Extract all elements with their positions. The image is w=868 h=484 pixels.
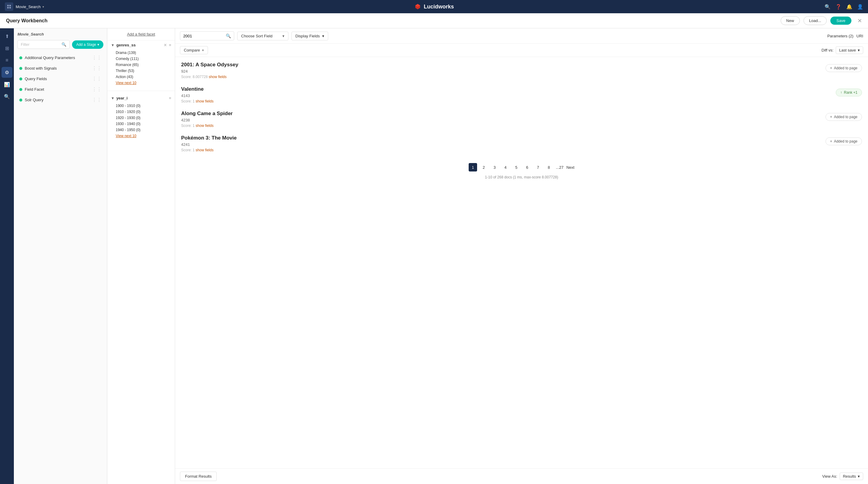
compare-button[interactable]: Compare + [180, 46, 208, 54]
facet-item[interactable]: 1910 - 1920 (0) [111, 109, 171, 115]
format-results-button[interactable]: Format Results [180, 472, 217, 481]
facet-item[interactable]: 1920 - 1930 (0) [111, 115, 171, 121]
sidebar-icon-data[interactable]: ⊞ [1, 43, 12, 54]
facet-group-icons: ≡ [169, 96, 171, 100]
nav-app-title[interactable]: Movie_Search ▾ [16, 4, 44, 9]
stage-item-boost-with-signals[interactable]: Boost with Signals ⋮⋮ [18, 63, 103, 73]
genres-close-icon[interactable]: ✕ [164, 43, 167, 47]
page-6-button[interactable]: 6 [523, 163, 531, 172]
close-button[interactable]: ✕ [858, 18, 862, 24]
user-icon[interactable]: 👤 [857, 4, 863, 10]
load-button[interactable]: Load... [804, 16, 827, 25]
main-layout: ⬆ ⊞ ≡ ⚙ 📊 🔍 Movie_Search Filter 🔍 Add a … [0, 28, 868, 484]
sidebar-icon-signals[interactable]: 📊 [1, 79, 12, 90]
page-4-button[interactable]: 4 [501, 163, 510, 172]
result-added-badge[interactable]: + Added to page [826, 138, 862, 145]
results-secondary-toolbar: Compare + Diff vs: Last save ▾ [175, 44, 868, 57]
stage-filter-row: Filter 🔍 Add a Stage ▾ [18, 40, 103, 49]
diff-vs-value: Last save [839, 48, 856, 53]
facet-item[interactable]: Comedy (111) [111, 56, 171, 62]
show-fields-link[interactable]: show fields [195, 124, 213, 128]
facet-item[interactable]: 1940 - 1950 (0) [111, 127, 171, 133]
page-3-button[interactable]: 3 [490, 163, 499, 172]
sidebar-icon-search[interactable]: 🔍 [1, 91, 12, 102]
add-field-facet-link[interactable]: Add a field facet [107, 28, 175, 40]
compare-plus-icon: + [202, 48, 204, 53]
filter-search-icon: 🔍 [61, 42, 66, 47]
add-stage-button[interactable]: Add a Stage ▾ [72, 40, 103, 49]
drag-handle-icon: ⋮⋮ [92, 55, 101, 61]
results-toolbar: 🔍 Choose Sort Field ▾ Display Fields ▾ P… [175, 28, 868, 44]
search-input[interactable] [183, 34, 223, 38]
facet-item[interactable]: Action (43) [111, 74, 171, 80]
facet-item[interactable]: Romance (65) [111, 62, 171, 68]
page-8-button[interactable]: 8 [545, 163, 553, 172]
sort-field-select[interactable]: Choose Sort Field ▾ [237, 32, 288, 40]
show-fields-link[interactable]: show fields [195, 99, 213, 103]
stage-panel-app-name: Movie_Search [18, 32, 103, 36]
stage-item-query-fields[interactable]: Query Fields ⋮⋮ [18, 73, 103, 84]
year-view-next-link[interactable]: View next 10 [111, 133, 171, 139]
stage-item-field-facet[interactable]: Field Facet ⋮⋮ [18, 84, 103, 95]
diff-vs-label: Diff vs: [822, 48, 834, 53]
result-id: 4238 [181, 118, 862, 122]
drag-handle-icon: ⋮⋮ [92, 65, 101, 71]
facet-item[interactable]: 1900 - 1910 (0) [111, 103, 171, 109]
display-fields-chevron-icon: ▾ [322, 34, 324, 38]
help-icon[interactable]: ❓ [835, 4, 841, 10]
page-2-button[interactable]: 2 [479, 163, 488, 172]
parameters-link[interactable]: Parameters (2) [827, 34, 854, 38]
view-as-chevron-icon: ▾ [858, 474, 860, 479]
facet-item[interactable]: Thriller (53) [111, 68, 171, 74]
show-fields-link[interactable]: show fields [195, 148, 213, 152]
result-added-badge[interactable]: + Added to page [826, 64, 862, 72]
year-menu-icon[interactable]: ≡ [169, 96, 171, 100]
stage-item-solr-query[interactable]: Solr Query ⋮⋮ [18, 95, 103, 105]
result-rank-badge[interactable]: ↑ Rank +1 [836, 89, 862, 96]
save-button[interactable]: Save [830, 17, 851, 25]
facet-item[interactable]: Drama (139) [111, 50, 171, 56]
lucidworks-logo: Lucidworks [414, 3, 454, 10]
view-as-select[interactable]: Results ▾ [840, 473, 863, 480]
badge-plus-icon: + [830, 139, 832, 144]
page-ellipsis[interactable]: ...27 [555, 163, 564, 172]
facet-group-year-header[interactable]: ▼ year_i ≡ [111, 96, 171, 100]
notification-icon[interactable]: 🔔 [846, 4, 852, 10]
stage-dot [19, 56, 22, 59]
page-next-button[interactable]: Next [566, 165, 575, 170]
genres-menu-icon[interactable]: ≡ [169, 43, 171, 47]
page-5-button[interactable]: 5 [512, 163, 521, 172]
result-item: Along Came a Spider 4238 Score: 1 show f… [181, 111, 862, 128]
search-submit-icon[interactable]: 🔍 [226, 33, 231, 38]
nav-chevron-icon: ▾ [42, 5, 44, 8]
stage-item-additional-query-parameters[interactable]: Additional Query Parameters ⋮⋮ [18, 53, 103, 63]
logo-text: Lucidworks [424, 4, 454, 10]
facet-item[interactable]: 1930 - 1940 (0) [111, 121, 171, 127]
search-icon[interactable]: 🔍 [825, 4, 831, 10]
result-id: 4241 [181, 142, 862, 147]
display-fields-button[interactable]: Display Fields ▾ [291, 32, 328, 40]
genres-view-next-link[interactable]: View next 10 [111, 80, 171, 86]
facet-panel: Add a field facet ▼ genres_ss ✕ ≡ Drama … [107, 28, 175, 484]
page-1-button[interactable]: 1 [469, 163, 477, 172]
result-title: Along Came a Spider [181, 111, 862, 117]
new-button[interactable]: New [781, 16, 800, 25]
svg-rect-1 [9, 5, 11, 6]
stage-dot [19, 88, 22, 91]
sort-field-label: Choose Sort Field [241, 34, 273, 38]
facet-group-divider [107, 91, 175, 91]
search-box[interactable]: 🔍 [180, 31, 234, 40]
stage-filter-input-wrapper[interactable]: Filter 🔍 [18, 40, 70, 49]
diff-vs-select[interactable]: Last save ▾ [836, 47, 863, 54]
sidebar-icon-home[interactable]: ⬆ [1, 31, 12, 41]
page-7-button[interactable]: 7 [534, 163, 542, 172]
uri-link[interactable]: URI [857, 34, 863, 38]
pagination: 1 2 3 4 5 6 7 8 ...27 Next [181, 159, 862, 175]
sidebar-icon-workbench[interactable]: ⚙ [1, 67, 12, 78]
view-as-value: Results [843, 474, 856, 479]
show-fields-link[interactable]: show fields [209, 75, 226, 79]
sidebar-icon-query[interactable]: ≡ [1, 55, 12, 66]
result-score: Score: 8.007728 show fields [181, 75, 862, 79]
facet-group-genres-header[interactable]: ▼ genres_ss ✕ ≡ [111, 43, 171, 47]
result-added-badge[interactable]: + Added to page [826, 113, 862, 121]
